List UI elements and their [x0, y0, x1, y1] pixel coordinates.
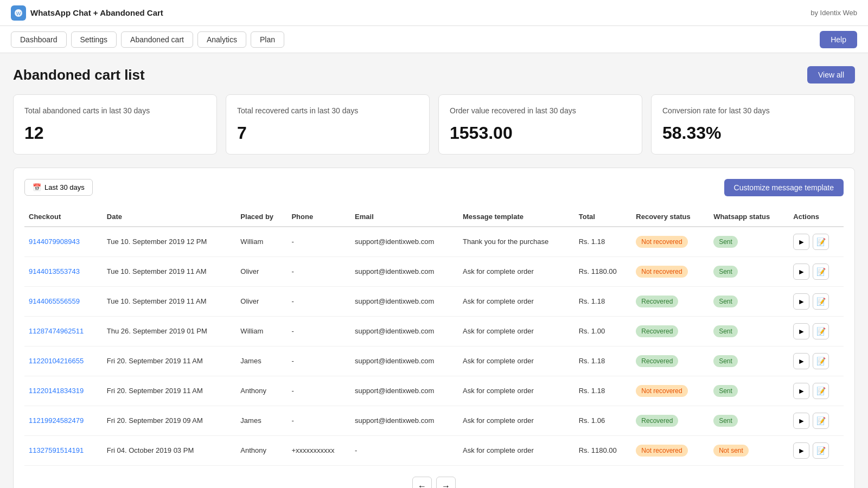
cell-whatsapp-status: Sent	[709, 227, 789, 257]
cell-phone: -	[287, 346, 350, 376]
cell-email: support@identixweb.com	[350, 376, 458, 406]
cell-total: Rs. 1.06	[575, 406, 632, 435]
action-buttons: ► 📝	[793, 293, 839, 310]
edit-action-button[interactable]: 📝	[813, 413, 829, 429]
cell-email: support@identixweb.com	[350, 406, 458, 435]
stat-card-abandoned: Total abandoned carts in last 30 days 12	[13, 94, 217, 155]
cell-whatsapp-status: Sent	[709, 376, 789, 406]
checkout-link[interactable]: 11220104216655	[29, 357, 84, 365]
cell-placed-by: Anthony	[236, 376, 287, 406]
cell-total: Rs. 1.18	[575, 346, 632, 376]
cell-recovery-status: Not recovered	[631, 376, 709, 406]
cell-email: support@identixweb.com	[350, 286, 458, 316]
cell-message-template: Ask for complete order	[458, 346, 575, 376]
edit-action-button[interactable]: 📝	[813, 323, 829, 339]
edit-action-button[interactable]: 📝	[813, 264, 829, 280]
next-page-button[interactable]: →	[436, 477, 456, 488]
nav-settings[interactable]: Settings	[71, 31, 117, 48]
cell-whatsapp-status: Not sent	[709, 435, 789, 465]
table-row: 11220104216655 Fri 20. September 2019 11…	[24, 346, 844, 376]
send-action-button[interactable]: ►	[793, 413, 809, 429]
customize-template-button[interactable]: Customize message template	[724, 179, 844, 196]
edit-action-button[interactable]: 📝	[813, 293, 829, 310]
cell-recovery-status: Recovered	[631, 346, 709, 376]
nav-dashboard[interactable]: Dashboard	[11, 31, 67, 48]
recovery-status-badge: Not recovered	[636, 236, 687, 248]
cell-message-template: Ask for complete order	[458, 406, 575, 435]
edit-action-button[interactable]: 📝	[813, 353, 829, 369]
nav-abandoned-cart[interactable]: Abandoned cart	[121, 31, 193, 48]
cell-date: Thu 26. September 2019 01 PM	[103, 316, 237, 346]
cart-table: Checkout Date Placed by Phone Email Mess…	[24, 207, 844, 466]
col-placed-by: Placed by	[236, 207, 287, 227]
send-action-button[interactable]: ►	[793, 383, 809, 399]
cell-email: support@identixweb.com	[350, 227, 458, 257]
action-buttons: ► 📝	[793, 264, 839, 280]
table-row: 11220141834319 Fri 20. September 2019 11…	[24, 376, 844, 406]
cell-phone: -	[287, 286, 350, 316]
cell-date: Fri 20. September 2019 11 AM	[103, 376, 237, 406]
checkout-link[interactable]: 11287474962511	[29, 327, 84, 335]
page-header: Abandoned cart list View all	[13, 66, 855, 84]
cell-recovery-status: Recovered	[631, 406, 709, 435]
whatsapp-status-badge: Sent	[713, 355, 738, 367]
col-actions: Actions	[789, 207, 844, 227]
whatsapp-status-badge: Not sent	[713, 445, 749, 457]
send-action-button[interactable]: ►	[793, 234, 809, 250]
app-title: WhatsApp Chat + Abandoned Cart	[30, 8, 163, 17]
app-logo-icon: W	[11, 5, 26, 21]
help-button[interactable]: Help	[820, 31, 857, 48]
table-row: 11327591514191 Fri 04. October 2019 03 P…	[24, 435, 844, 465]
cell-recovery-status: Not recovered	[631, 435, 709, 465]
action-buttons: ► 📝	[793, 442, 839, 459]
edit-action-button[interactable]: 📝	[813, 383, 829, 399]
cell-phone: -	[287, 256, 350, 286]
send-action-button[interactable]: ►	[793, 264, 809, 280]
action-buttons: ► 📝	[793, 353, 839, 369]
recovery-status-badge: Not recovered	[636, 445, 687, 457]
date-filter-button[interactable]: 📅 Last 30 days	[24, 179, 93, 196]
cell-actions: ► 📝	[789, 256, 844, 286]
prev-page-button[interactable]: ←	[412, 477, 432, 488]
cell-date: Fri 04. October 2019 03 PM	[103, 435, 237, 465]
cell-message-template: Ask for complete order	[458, 435, 575, 465]
edit-action-button[interactable]: 📝	[813, 234, 829, 250]
nav-plan[interactable]: Plan	[251, 31, 284, 48]
checkout-link[interactable]: 9144013553743	[29, 267, 80, 275]
cell-recovery-status: Not recovered	[631, 256, 709, 286]
cell-total: Rs. 1.00	[575, 316, 632, 346]
cell-email: support@identixweb.com	[350, 346, 458, 376]
send-action-button[interactable]: ►	[793, 353, 809, 369]
nav-analytics[interactable]: Analytics	[197, 31, 246, 48]
view-all-button[interactable]: View all	[807, 66, 855, 84]
cell-checkout: 11220141834319	[24, 376, 103, 406]
col-phone: Phone	[287, 207, 350, 227]
cell-message-template: Ask for complete order	[458, 316, 575, 346]
checkout-link[interactable]: 11219924582479	[29, 416, 84, 425]
cell-placed-by: William	[236, 316, 287, 346]
checkout-link[interactable]: 9144079908943	[29, 237, 80, 246]
action-buttons: ► 📝	[793, 413, 839, 429]
cell-actions: ► 📝	[789, 346, 844, 376]
cell-message-template: Ask for complete order	[458, 376, 575, 406]
cell-whatsapp-status: Sent	[709, 406, 789, 435]
recovery-status-badge: Not recovered	[636, 385, 687, 397]
edit-action-button[interactable]: 📝	[813, 442, 829, 459]
send-action-button[interactable]: ►	[793, 293, 809, 310]
checkout-link[interactable]: 9144065556559	[29, 297, 80, 305]
cell-actions: ► 📝	[789, 227, 844, 257]
table-row: 9144079908943 Tue 10. September 2019 12 …	[24, 227, 844, 257]
cell-total: Rs. 1.18	[575, 286, 632, 316]
stat-label-order-value: Order value recovered in last 30 days	[450, 106, 631, 117]
checkout-link[interactable]: 11327591514191	[29, 446, 84, 454]
cell-actions: ► 📝	[789, 435, 844, 465]
stat-card-conversion: Conversion rate for last 30 days 58.33%	[651, 94, 855, 155]
send-action-button[interactable]: ►	[793, 323, 809, 339]
checkout-link[interactable]: 11220141834319	[29, 387, 84, 395]
send-action-button[interactable]: ►	[793, 442, 809, 459]
cell-whatsapp-status: Sent	[709, 286, 789, 316]
col-checkout: Checkout	[24, 207, 103, 227]
cell-total: Rs. 1.18	[575, 227, 632, 257]
table-section: 📅 Last 30 days Customize message templat…	[13, 168, 855, 488]
recovery-status-badge: Recovered	[636, 296, 678, 307]
